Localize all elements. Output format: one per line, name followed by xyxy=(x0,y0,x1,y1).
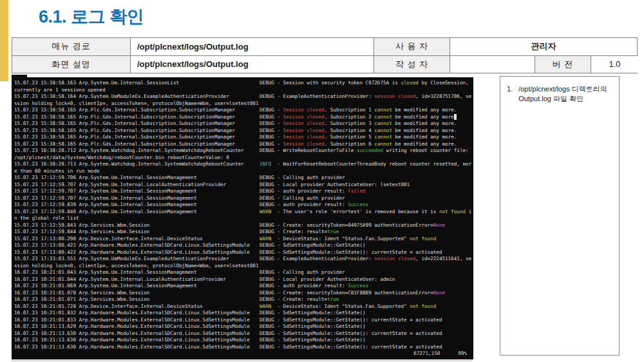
log-line: 15.07.23 15:38:58.163 Arp.System.Um.Inte… xyxy=(14,80,472,87)
log-line: 16.07.23 10:21:01.070 Arp.Services.Wbm.S… xyxy=(14,290,472,297)
author-label: 작 성 자 xyxy=(374,56,450,73)
version-value: 1.0 xyxy=(591,56,638,73)
log-line: 16.07.23 10:21:13.630 Arp.Hardware.Modul… xyxy=(14,344,472,351)
note-text: /opt/plcnext/logs 디렉토리의 Output.log 파일 확인 xyxy=(518,84,612,104)
author-value xyxy=(450,56,535,73)
pager-position: 67271,150 xyxy=(413,350,440,357)
terminal-log[interactable]: 15.07.23 15:38:58.163 Arp.System.Um.Inte… xyxy=(12,77,473,359)
log-line: 16.07.23 10:21:13.630 Arp.Hardware.Modul… xyxy=(14,330,472,338)
version-label: 버 전 xyxy=(535,56,591,73)
terminal-bottom-strip xyxy=(12,360,472,361)
user-label: 사 용 자 xyxy=(374,38,450,55)
page-title: 6.1. 로그 확인 xyxy=(39,5,144,28)
log-line: 15.07.23 17:12:59.706 Arp.System.Um.Inte… xyxy=(14,175,472,182)
terminal-cursor xyxy=(454,114,457,120)
log-line: 16.07.23 10:21:13.630 Arp.Hardware.Modul… xyxy=(14,337,472,344)
log-line: 16.07.23 10:21:01.071 Arp.Services.Wbm.S… xyxy=(14,296,472,303)
log-line: 15.07.23 17:13:00.422 Arp.Hardware.Modul… xyxy=(14,249,472,256)
info-table-row-2: 화면 설명 /opt/plcnext/logs/Output.log 작 성 자… xyxy=(12,56,637,73)
log-line: ssion holding lock=0, clientIp=, accessT… xyxy=(14,100,472,108)
info-table-row-1: 메뉴 경로 /opt/plcnext/logs/Output.log 사 용 자… xyxy=(12,38,637,56)
log-line: 15.07.23 17:12:59.840 Arp.System.Um.Inte… xyxy=(14,209,472,216)
log-line: e than 60 minutes in run mode xyxy=(14,168,472,175)
menu-path-value: /opt/plcnext/logs/Output.log xyxy=(131,38,374,55)
note-number: 1. xyxy=(507,84,513,104)
log-line: ssion holding lock=0, clientIp=, accessT… xyxy=(14,263,472,270)
log-line: 15.07.23 17:12:59.843 Arp.Services.Wbm.S… xyxy=(14,222,472,229)
log-line: 16.07.23 10:21:01.069 Arp.System.Um.Inte… xyxy=(14,283,472,290)
note-item-1: 1. /opt/plcnext/logs 디렉토리의 Output.log 파일… xyxy=(507,84,612,104)
log-line: 16.07.23 10:21:01.044 Arp.System.Um.Inte… xyxy=(14,276,472,283)
log-line: 15.07.23 15:38:58.165 Arp.Plc.Gds.Intern… xyxy=(14,114,472,121)
log-line: 15.07.23 16:38:28.712 Arp.System.Watchdo… xyxy=(14,148,472,155)
log-line: 15.07.23 16:38:28.713 Arp.System.Watchdo… xyxy=(14,161,472,168)
user-value: 관리자 xyxy=(450,38,637,55)
log-line: 15.07.23 17:13:00.290 Arp.Device.Interfa… xyxy=(14,236,472,243)
log-line: 15.07.23 17:33:03.551 Arp.System.UmModul… xyxy=(14,256,472,263)
log-line: 16.07.23 10:21:01.833 Arp.Hardware.Modul… xyxy=(14,317,472,324)
log-line: 15.07.23 17:12:59.707 Arp.System.Um.Inte… xyxy=(14,182,472,189)
log-line: 15.07.23 15:38:58.165 Arp.Plc.Gds.Intern… xyxy=(14,120,472,128)
accent-bar xyxy=(0,0,8,81)
log-line: 15.07.23 15:38:58.165 Arp.Plc.Gds.Intern… xyxy=(14,134,472,141)
log-line: /opt/plcnext/data/System/Watchdog/reboot… xyxy=(14,155,472,162)
log-line: 16.07.23 10:21:01.728 Arp.Device.Interfa… xyxy=(14,303,472,310)
log-line: 15.07.23 17:12:59.707 Arp.System.Um.Inte… xyxy=(14,195,472,202)
log-line: currently are 1 sessions opened xyxy=(14,87,472,94)
log-line: 15.07.23 17:13:00.421 Arp.Hardware.Modul… xyxy=(14,242,472,249)
log-line: 16.07.23 10:21:01.832 Arp.Hardware.Modul… xyxy=(14,310,472,317)
notes-panel: 1. /opt/plcnext/logs 디렉토리의 Output.log 파일… xyxy=(500,76,620,356)
pager-percent: 99% xyxy=(458,350,467,357)
log-line: 15.07.23 17:12:59.707 Arp.System.Um.Inte… xyxy=(14,188,472,195)
log-line: 15.07.23 15:38:58.164 Arp.System.UmModul… xyxy=(14,93,472,100)
log-line: 16.07.23 10:21:01.043 Arp.System.Um.Inte… xyxy=(14,269,472,276)
log-line: 15.07.23 17:12:59.839 Arp.System.Um.Inte… xyxy=(14,202,472,209)
log-line: 15.07.23 15:38:58.165 Arp.Plc.Gds.Intern… xyxy=(14,128,472,135)
manual-page: 6.1. 로그 확인 메뉴 경로 /opt/plcnext/logs/Outpu… xyxy=(0,0,644,362)
screen-desc-label: 화면 설명 xyxy=(12,56,131,73)
log-line: 15.07.23 17:12:59.844 Arp.Services.Wbm.S… xyxy=(14,229,472,236)
log-line: 16.07.23 10:21:13.629 Arp.Hardware.Modul… xyxy=(14,323,472,330)
screen-desc-value: /opt/plcnext/logs/Output.log xyxy=(131,56,374,73)
log-line: 15.07.23 15:38:58.165 Arp.Plc.Gds.Intern… xyxy=(14,107,472,114)
info-table: 메뉴 경로 /opt/plcnext/logs/Output.log 사 용 자… xyxy=(12,37,638,73)
pager-status-line: 67271,15099% xyxy=(14,350,472,357)
log-line: 15.07.23 15:38:58.165 Arp.Plc.Gds.Intern… xyxy=(14,141,472,148)
log-line: n the global role list xyxy=(14,215,472,222)
menu-path-label: 메뉴 경로 xyxy=(12,38,131,55)
